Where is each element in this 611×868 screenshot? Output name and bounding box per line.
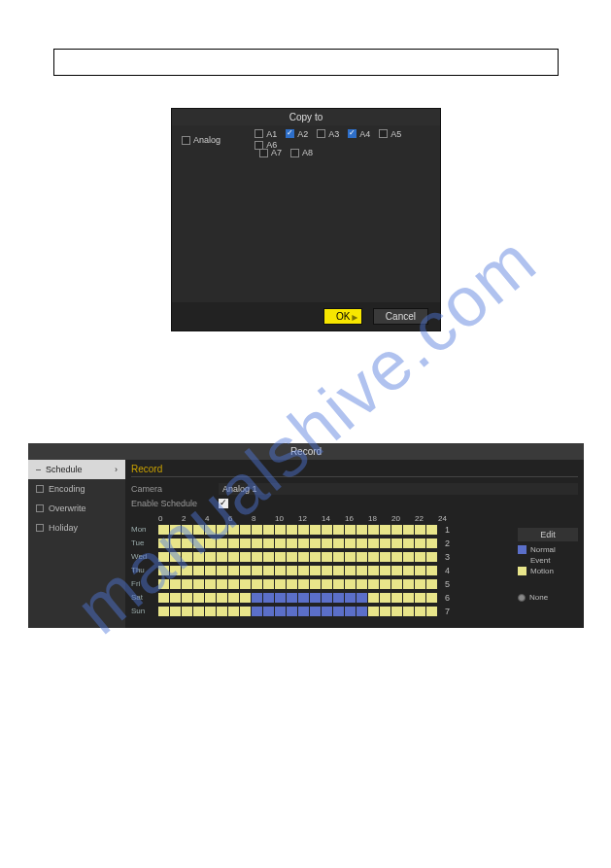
schedule-cell[interactable] [345, 579, 356, 589]
schedule-cell[interactable] [426, 552, 438, 562]
schedule-cell[interactable] [345, 566, 356, 575]
schedule-cell[interactable] [158, 593, 170, 603]
schedule-cell[interactable] [426, 538, 438, 548]
schedule-cell[interactable] [345, 538, 356, 548]
schedule-cell[interactable] [240, 566, 252, 575]
schedule-cell[interactable] [263, 566, 275, 575]
schedule-cell[interactable] [158, 607, 170, 616]
schedule-cell[interactable] [356, 552, 368, 562]
schedule-cell[interactable] [182, 593, 193, 603]
schedule-cell[interactable] [298, 525, 310, 535]
schedule-cell[interactable] [333, 538, 345, 548]
channel-A8[interactable]: A8 [290, 148, 322, 157]
schedule-cell[interactable] [322, 579, 333, 589]
schedule-cell[interactable] [228, 552, 240, 562]
schedule-cell[interactable] [275, 525, 287, 535]
schedule-cell[interactable] [287, 525, 298, 535]
schedule-cell[interactable] [333, 525, 345, 535]
schedule-cell[interactable] [356, 538, 368, 548]
schedule-cell[interactable] [322, 566, 333, 575]
schedule-cell[interactable] [217, 566, 228, 575]
schedule-cell[interactable] [380, 566, 391, 575]
schedule-cell[interactable] [217, 593, 228, 603]
checkbox-icon[interactable] [290, 149, 299, 157]
schedule-cell[interactable] [333, 607, 345, 616]
schedule-cell[interactable] [310, 552, 322, 562]
schedule-cell[interactable] [158, 538, 170, 548]
schedule-cell[interactable] [426, 607, 438, 616]
schedule-cell[interactable] [368, 538, 380, 548]
schedule-cell[interactable] [415, 566, 426, 575]
sidebar-item-overwrite[interactable]: Overwrite [28, 499, 125, 518]
schedule-cell[interactable] [345, 607, 356, 616]
edit-button[interactable]: Edit [518, 528, 578, 541]
schedule-cell[interactable] [252, 607, 263, 616]
sidebar-item-holiday[interactable]: Holiday [28, 518, 125, 538]
schedule-cell[interactable] [228, 607, 240, 616]
enable-checkbox[interactable] [219, 499, 228, 508]
schedule-cell[interactable] [415, 593, 426, 603]
schedule-cell[interactable] [170, 566, 182, 575]
schedule-cell[interactable] [158, 566, 170, 575]
schedule-cell[interactable] [170, 579, 182, 589]
schedule-cell[interactable] [182, 579, 193, 589]
schedule-cell[interactable] [240, 607, 252, 616]
schedule-cell[interactable] [310, 566, 322, 575]
schedule-cell[interactable] [298, 552, 310, 562]
schedule-cell[interactable] [240, 525, 252, 535]
schedule-cell[interactable] [287, 538, 298, 548]
camera-select[interactable]: Analog 1 [219, 483, 578, 495]
schedule-cell[interactable] [391, 593, 403, 603]
schedule-cell[interactable] [333, 552, 345, 562]
channel-A1[interactable]: A1 [255, 129, 286, 139]
schedule-cell[interactable] [380, 579, 391, 589]
schedule-cell[interactable] [275, 566, 287, 575]
schedule-cell[interactable] [205, 566, 217, 575]
schedule-cell[interactable] [426, 525, 438, 535]
schedule-cell[interactable] [380, 607, 391, 616]
schedule-cell[interactable] [415, 607, 426, 616]
schedule-cell[interactable] [240, 579, 252, 589]
schedule-cell[interactable] [158, 552, 170, 562]
checkbox-icon[interactable] [317, 129, 325, 138]
schedule-cell[interactable] [275, 538, 287, 548]
schedule-cell[interactable] [415, 538, 426, 548]
channel-A4[interactable]: A4 [348, 129, 379, 139]
schedule-cell[interactable] [217, 579, 228, 589]
schedule-cell[interactable] [263, 525, 275, 535]
schedule-cell[interactable] [205, 593, 217, 603]
schedule-cell[interactable] [415, 552, 426, 562]
schedule-cell[interactable] [310, 525, 322, 535]
schedule-cell[interactable] [205, 607, 217, 616]
schedule-cell[interactable] [368, 593, 380, 603]
schedule-bar[interactable] [158, 607, 438, 616]
schedule-cell[interactable] [170, 525, 182, 535]
schedule-cell[interactable] [333, 579, 345, 589]
sidebar-item-encoding[interactable]: Encoding [28, 479, 125, 499]
schedule-cell[interactable] [287, 552, 298, 562]
schedule-cell[interactable] [380, 538, 391, 548]
schedule-cell[interactable] [263, 607, 275, 616]
schedule-cell[interactable] [403, 538, 415, 548]
ok-button[interactable]: OK [323, 308, 362, 325]
schedule-bar[interactable] [158, 552, 438, 562]
channel-A5[interactable]: A5 [379, 129, 410, 139]
tab-record[interactable]: Record [131, 464, 578, 477]
schedule-cell[interactable] [193, 566, 205, 575]
schedule-cell[interactable] [391, 566, 403, 575]
schedule-cell[interactable] [263, 593, 275, 603]
schedule-cell[interactable] [193, 593, 205, 603]
schedule-cell[interactable] [345, 525, 356, 535]
schedule-cell[interactable] [228, 538, 240, 548]
schedule-cell[interactable] [240, 593, 252, 603]
schedule-cell[interactable] [193, 538, 205, 548]
schedule-cell[interactable] [228, 525, 240, 535]
schedule-cell[interactable] [252, 593, 263, 603]
channel-A7[interactable]: A7 [259, 148, 290, 157]
schedule-cell[interactable] [193, 579, 205, 589]
schedule-cell[interactable] [310, 607, 322, 616]
schedule-cell[interactable] [298, 566, 310, 575]
schedule-cell[interactable] [252, 566, 263, 575]
checkbox-icon[interactable] [259, 149, 268, 157]
schedule-bar[interactable] [158, 579, 438, 589]
